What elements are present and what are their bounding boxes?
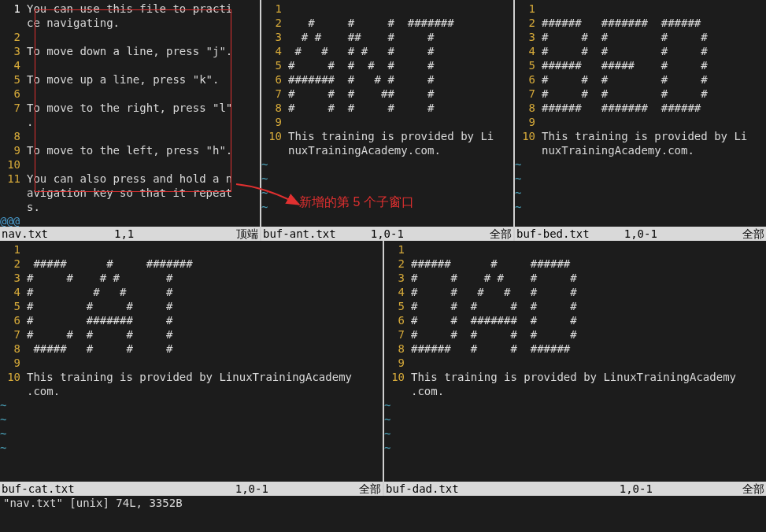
buffer-nav[interactable]: 1You can use this file to practice navig… [0,0,260,227]
buffer-line[interactable]: 8 ##### # # # [0,342,383,356]
buffer-line[interactable]: 4# # # # [0,285,383,299]
buffer-line[interactable]: avigation key so that it repeat [0,186,260,200]
tilde-row: ~ [261,200,513,214]
buffer-line[interactable]: 4 # # # # # # [261,44,513,58]
buffer-line[interactable]: 1 [261,2,513,16]
buffer-line[interactable]: 1 [384,242,766,257]
buffer-line[interactable]: 10This training is provided by LinuxTrai… [384,370,766,384]
buffer-line[interactable]: 5###### ##### # # [515,58,766,72]
buffer-line[interactable]: 4# # # # # [515,44,766,58]
buffer-line[interactable]: .com. [384,384,766,398]
buffer-line[interactable]: 7# # # ## # [261,87,513,101]
line-text: # # # # # # [411,327,577,342]
line-text: You can use this file to practi [27,2,232,16]
buffer-bed[interactable]: 12###### ####### ######3# # # # #4# # # … [515,0,766,227]
window-ant[interactable]: 12 # # # #######3 # # ## # #4 # # # # # … [261,0,513,241]
buffer-line[interactable]: 2###### # ###### [384,257,766,271]
window-bed[interactable]: 12###### ####### ######3# # # # #4# # # … [515,0,766,241]
buffer-line[interactable]: 3# # # # # # [384,271,766,285]
buffer-ant[interactable]: 12 # # # #######3 # # ## # #4 # # # # # … [261,0,513,227]
buffer-line[interactable]: 5# # # # # # [384,299,766,313]
buffer-line[interactable]: 5# # # # [0,299,383,313]
buffer-line[interactable]: 8 [0,129,260,143]
line-text: # # # # # [542,72,708,87]
status-cat: buf-cat.txt 1,0-1 全部 [0,482,383,496]
buffer-line[interactable]: 6 [0,87,260,101]
line-text: You can also press and hold a n [27,172,232,186]
window-cat[interactable]: 12 ##### # #######3# # # # #4# # # #5# #… [0,241,383,496]
buffer-line[interactable]: 9 [384,356,766,370]
buffer-line[interactable]: 4 [0,58,260,72]
buffer-line[interactable]: 7# # # # # # [384,327,766,342]
buffer-line[interactable]: 2 # # # ####### [261,16,513,30]
buffer-line[interactable]: ce navigating. [0,16,260,30]
line-number: 10 [515,129,542,143]
buffer-line[interactable]: 6# # ####### # # [384,313,766,327]
buffer-line[interactable]: . [0,115,260,129]
buffer-line[interactable]: 10 [0,157,260,172]
line-text: This training is provided by Li [542,129,747,143]
tilde-row: ~ [384,427,766,441]
buffer-line[interactable]: 6# # # # # [515,72,766,87]
window-nav[interactable]: 1You can use this file to practice navig… [0,0,260,241]
buffer-line[interactable]: 1 [0,242,383,257]
buffer-line[interactable]: 7# # # # # [515,87,766,101]
buffer-line[interactable]: 1 [515,2,766,16]
buffer-line[interactable]: 4# # # # # # [384,285,766,299]
tilde-row: ~ [261,186,513,200]
line-text: # # # # # # [411,271,577,285]
line-text: This training is provided by LinuxTraini… [411,370,736,384]
buffer-line[interactable]: 8###### # # ###### [384,342,766,356]
line-number: 3 [0,44,27,58]
buffer-line[interactable]: 9To move to the left, press "h". [0,143,260,157]
buffer-cat[interactable]: 12 ##### # #######3# # # # #4# # # #5# #… [0,241,383,482]
buffer-line[interactable]: 9 [515,115,766,129]
buffer-line[interactable]: s. [0,200,260,214]
window-dad[interactable]: 12###### # ######3# # # # # #4# # # # # … [384,241,766,496]
buffer-line[interactable]: 10This training is provided by LinuxTrai… [0,370,383,384]
buffer-line[interactable]: 7# # # # # [0,327,383,342]
line-text: nuxTrainingAcademy.com. [288,143,441,157]
line-text: # # # # [27,299,172,313]
buffer-line[interactable]: 3To move down a line, press "j". [0,44,260,58]
line-number: 6 [515,72,542,87]
buffer-line[interactable]: .com. [0,384,383,398]
buffer-line[interactable]: 7To move to the right, press "l" [0,101,260,115]
buffer-line[interactable]: 2 [0,30,260,44]
buffer-line[interactable]: 8###### ####### ###### [515,101,766,115]
buffer-line[interactable]: 1You can use this file to practi [0,2,260,16]
buffer-line[interactable]: nuxTrainingAcademy.com. [261,143,513,157]
line-number: 9 [0,143,27,157]
buffer-dad[interactable]: 12###### # ######3# # # # # #4# # # # # … [384,241,766,482]
buffer-line[interactable]: 10This training is provided by Li [515,129,766,143]
line-text: # # # # # [27,327,172,342]
line-number: 2 [0,30,27,44]
buffer-line[interactable]: 9 [261,115,513,129]
line-number [515,143,542,157]
buffer-line[interactable]: nuxTrainingAcademy.com. [515,143,766,157]
buffer-line[interactable]: 6####### # # # # [261,72,513,87]
buffer-line[interactable]: 5# # # # # # [261,58,513,72]
buffer-line[interactable]: 8# # # # # [261,101,513,115]
buffer-line[interactable]: 3 # # ## # # [261,30,513,44]
line-text: # # ## # # [288,30,434,44]
buffer-line[interactable]: 5To move up a line, press "k". [0,72,260,87]
buffer-line[interactable]: 6# ####### # [0,313,383,327]
line-number: 3 [261,30,288,44]
line-text: # # # ## # [288,87,434,101]
buffer-line[interactable]: 2 ##### # ####### [0,257,383,271]
buffer-line[interactable]: 3# # # # # [515,30,766,44]
line-text: # # # # # # [288,58,434,72]
buffer-line[interactable]: 11You can also press and hold a n [0,172,260,186]
line-text: # # # ####### [288,16,454,30]
tilde-row: ~ [515,157,766,172]
status-pos: 1,0-1 [620,482,653,496]
buffer-line[interactable]: 10This training is provided by Li [261,129,513,143]
at-row: @@@ [0,214,260,227]
tilde-row: ~ [261,172,513,186]
command-line[interactable]: "nav.txt" [unix] 74L, 3352B [0,496,766,510]
buffer-line[interactable]: 3# # # # # [0,271,383,285]
buffer-line[interactable]: 9 [0,356,383,370]
buffer-line[interactable]: 2###### ####### ###### [515,16,766,30]
line-number: 1 [0,242,27,257]
